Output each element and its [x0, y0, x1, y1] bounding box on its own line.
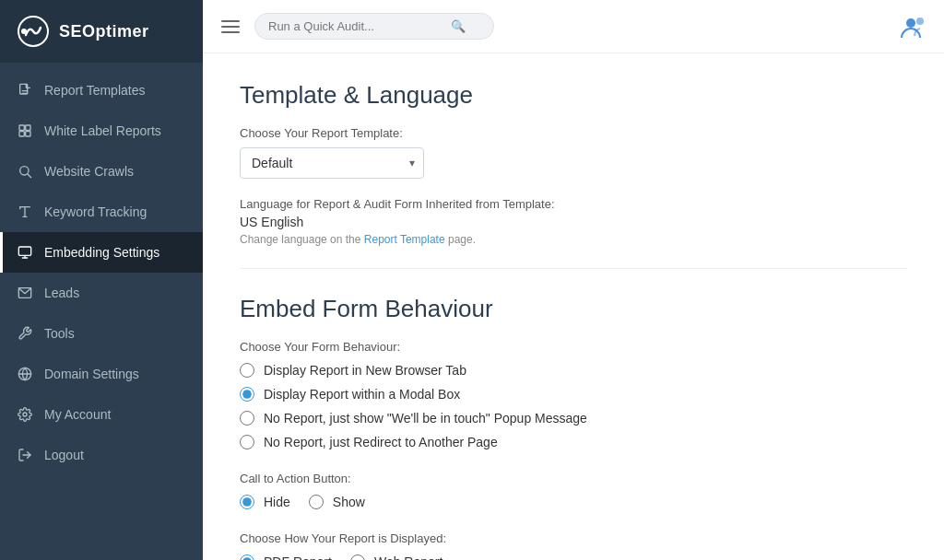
- language-section: Language for Report & Audit Form Inherit…: [240, 197, 907, 269]
- svg-rect-7: [19, 132, 24, 136]
- template-label: Choose Your Report Template:: [240, 126, 907, 140]
- globe-icon: [17, 366, 33, 382]
- display-label: Choose How Your Report is Displayed:: [240, 531, 907, 545]
- behaviour-section: Choose Your Form Behaviour: Display Repo…: [240, 340, 907, 449]
- display-radio-input-web[interactable]: [350, 554, 365, 560]
- cta-radio-input-hide[interactable]: [240, 495, 254, 509]
- main-content: Template & Language Choose Your Report T…: [203, 53, 944, 560]
- topbar: 🔍: [203, 0, 944, 53]
- nav-menu: Report Templates White Label Reports Web…: [0, 63, 203, 560]
- radio-input-new-tab[interactable]: [240, 363, 254, 378]
- section1-title: Template & Language: [240, 81, 907, 110]
- wrench-icon: [17, 325, 33, 342]
- sidebar-item-leads[interactable]: Leads: [0, 273, 203, 313]
- svg-line-10: [28, 174, 31, 178]
- file-icon: [17, 82, 33, 99]
- search-bar: 🔍: [254, 13, 494, 40]
- svg-point-19: [23, 413, 27, 416]
- user-avatar-button[interactable]: [900, 14, 929, 40]
- language-label: Language for Report & Audit Form Inherit…: [240, 197, 907, 211]
- sidebar-item-white-label-reports[interactable]: White Label Reports: [0, 111, 203, 151]
- sidebar-label-my-account: My Account: [44, 407, 111, 422]
- radio-new-tab[interactable]: Display Report in New Browser Tab: [240, 363, 907, 378]
- sidebar-item-embedding-settings[interactable]: Embedding Settings: [0, 232, 203, 273]
- brand-name: SEOptimer: [59, 22, 149, 41]
- display-label-web: Web Report: [374, 554, 442, 560]
- sidebar-label-report-templates: Report Templates: [44, 83, 145, 98]
- radio-modal-box[interactable]: Display Report within a Modal Box: [240, 387, 907, 402]
- svg-rect-6: [26, 125, 30, 130]
- svg-point-21: [906, 18, 915, 28]
- sidebar-label-leads: Leads: [44, 286, 79, 300]
- svg-point-1: [21, 29, 27, 34]
- language-hint-before: Change language on the: [240, 233, 364, 246]
- sidebar-label-domain-settings: Domain Settings: [44, 367, 139, 381]
- report-template-link[interactable]: Report Template: [364, 233, 445, 246]
- search-input[interactable]: [268, 19, 443, 33]
- settings-icon: [17, 406, 33, 423]
- edit-icon: [17, 204, 33, 220]
- display-radio-pdf[interactable]: PDF Report: [240, 554, 332, 560]
- svg-point-22: [916, 18, 924, 25]
- radio-label-modal-box: Display Report within a Modal Box: [264, 387, 460, 402]
- sidebar-item-logout[interactable]: Logout: [0, 435, 203, 475]
- topbar-right: [900, 14, 929, 40]
- sidebar-label-website-crawls: Website Crawls: [44, 164, 134, 179]
- cta-radio-row: Hide Show: [240, 495, 907, 509]
- display-radio-web[interactable]: Web Report: [350, 554, 442, 560]
- brand-logo[interactable]: SEOptimer: [0, 0, 203, 63]
- display-radio-row: PDF Report Web Report: [240, 554, 907, 560]
- sidebar-label-logout: Logout: [44, 448, 84, 462]
- svg-rect-8: [26, 132, 30, 136]
- radio-label-new-tab: Display Report in New Browser Tab: [264, 363, 466, 378]
- mail-icon: [17, 285, 33, 301]
- language-hint: Change language on the Report Template p…: [240, 233, 907, 246]
- hamburger-button[interactable]: [218, 17, 243, 37]
- cta-label-show: Show: [333, 495, 365, 509]
- hamburger-line-3: [221, 31, 240, 33]
- search-circle-icon: [17, 163, 33, 180]
- form-behaviour-radio-group: Display Report in New Browser Tab Displa…: [240, 363, 907, 449]
- sidebar-label-keyword-tracking: Keyword Tracking: [44, 204, 147, 219]
- logout-icon: [17, 447, 33, 463]
- radio-label-redirect: No Report, just Redirect to Another Page: [264, 435, 498, 449]
- main-area: 🔍 Template & Language Choose Your Report…: [203, 0, 944, 560]
- tag-icon: [17, 122, 33, 139]
- hamburger-line-2: [221, 26, 240, 28]
- radio-label-popup-msg: No Report, just show "We'll be in touch"…: [264, 411, 587, 426]
- sidebar-item-my-account[interactable]: My Account: [0, 394, 203, 435]
- sidebar-label-tools: Tools: [44, 326, 75, 341]
- cta-label-hide: Hide: [264, 495, 290, 509]
- template-select-wrapper: Default Template 1 Template 2 ▾: [240, 147, 424, 179]
- radio-popup-msg[interactable]: No Report, just show "We'll be in touch"…: [240, 411, 907, 426]
- sidebar-item-tools[interactable]: Tools: [0, 313, 203, 354]
- language-hint-after: page.: [445, 233, 476, 246]
- svg-rect-5: [19, 125, 24, 130]
- cta-radio-input-show[interactable]: [309, 495, 324, 509]
- svg-rect-13: [18, 247, 30, 255]
- cta-radio-hide[interactable]: Hide: [240, 495, 290, 509]
- monitor-icon: [17, 244, 33, 261]
- form-behaviour-label: Choose Your Form Behaviour:: [240, 340, 907, 354]
- cta-label: Call to Action Button:: [240, 472, 907, 485]
- language-value: US English: [240, 215, 907, 229]
- display-label-pdf: PDF Report: [264, 554, 332, 560]
- sidebar-item-website-crawls[interactable]: Website Crawls: [0, 151, 203, 192]
- radio-input-redirect[interactable]: [240, 435, 254, 449]
- template-select[interactable]: Default Template 1 Template 2: [240, 147, 424, 179]
- search-icon: 🔍: [451, 19, 466, 33]
- cta-section: Call to Action Button: Hide Show: [240, 472, 907, 509]
- radio-input-modal-box[interactable]: [240, 387, 254, 402]
- radio-input-popup-msg[interactable]: [240, 411, 254, 426]
- sidebar-item-domain-settings[interactable]: Domain Settings: [0, 354, 203, 394]
- sidebar-label-embedding-settings: Embedding Settings: [44, 245, 159, 260]
- cta-radio-show[interactable]: Show: [309, 495, 365, 509]
- sidebar-label-white-label: White Label Reports: [44, 123, 161, 138]
- sidebar-item-keyword-tracking[interactable]: Keyword Tracking: [0, 192, 203, 232]
- section2-title: Embed Form Behaviour: [240, 295, 907, 323]
- sidebar-item-report-templates[interactable]: Report Templates: [0, 70, 203, 111]
- hamburger-line-1: [221, 20, 240, 22]
- sidebar: SEOptimer Report Templates White Label R…: [0, 0, 203, 560]
- radio-redirect[interactable]: No Report, just Redirect to Another Page: [240, 435, 907, 449]
- display-radio-input-pdf[interactable]: [240, 554, 254, 560]
